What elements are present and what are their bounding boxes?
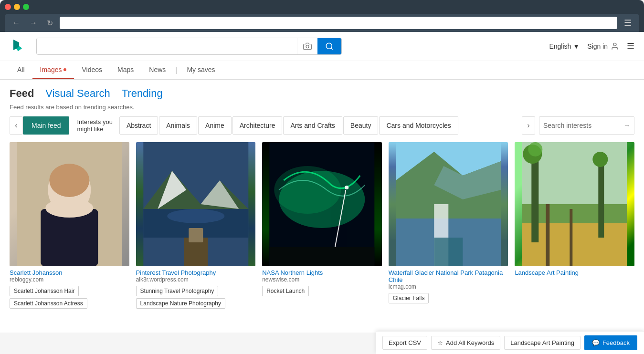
image-card-painting[interactable]: Landscape Art Painting: [515, 142, 634, 312]
image-card-travel[interactable]: Pinterest Travel Photography alk3r.wordp…: [136, 142, 256, 312]
tab-videos[interactable]: Videos: [74, 61, 110, 79]
interest-prev-button[interactable]: ‹: [10, 116, 23, 135]
svg-rect-37: [546, 204, 550, 266]
hamburger-menu-button[interactable]: ☰: [627, 41, 634, 52]
browser-menu-button[interactable]: ☰: [621, 17, 634, 29]
feed-title[interactable]: Feed: [10, 87, 34, 100]
interests-you-might-like: Interests youmight like: [70, 116, 119, 135]
sign-in-label: Sign in: [587, 42, 608, 50]
visual-search-title[interactable]: Visual Search: [45, 87, 110, 100]
card-source-travel: alk3r.wordpress.com: [136, 276, 256, 283]
tab-news[interactable]: News: [141, 61, 173, 79]
card-tags-travel: Stunning Travel Photography Landscape Na…: [136, 286, 256, 309]
site-header: English ▼ Sign in ☰: [0, 32, 644, 61]
card-tag-travel-1[interactable]: Landscape Nature Photography: [136, 298, 225, 309]
svg-point-36: [593, 152, 608, 167]
tab-maps-label: Maps: [117, 66, 134, 73]
image-painting: [515, 142, 634, 266]
search-submit-button[interactable]: [317, 38, 341, 54]
back-button[interactable]: ←: [10, 18, 23, 28]
search-input[interactable]: [37, 38, 297, 54]
card-info-painting: Landscape Art Painting: [515, 266, 634, 282]
feed-subtitle: Feed results are based on trending searc…: [10, 104, 634, 111]
svg-point-34: [528, 142, 543, 156]
svg-rect-32: [532, 156, 539, 242]
card-tag-travel-0[interactable]: Stunning Travel Photography: [136, 286, 219, 296]
card-info-travel: Pinterest Travel Photography alk3r.wordp…: [136, 266, 256, 312]
svg-point-0: [306, 45, 309, 48]
tab-mysaves-label: My saves: [187, 66, 215, 73]
minimize-window-button[interactable]: [14, 4, 20, 10]
you-might-like-text: Interests youmight like: [77, 118, 112, 133]
tab-all[interactable]: All: [10, 61, 32, 79]
svg-rect-35: [599, 161, 604, 238]
bing-logo[interactable]: [10, 38, 27, 55]
main-feed-label: Main feed: [32, 122, 61, 129]
image-scarlett: [10, 142, 129, 266]
interest-bar: ‹ Main feed Interests youmight like Abst…: [10, 116, 634, 135]
nav-tabs: All Images Videos Maps News | My saves: [0, 61, 644, 80]
svg-point-20: [345, 186, 348, 189]
header-right: English ▼ Sign in ☰: [549, 41, 634, 52]
tab-images-label: Images: [40, 66, 62, 73]
image-card-aurora[interactable]: NASA Northern Lights newswise.com Rocket…: [262, 142, 382, 312]
image-aurora: [262, 142, 382, 266]
image-card-scarlett[interactable]: Scarlett Johansson rebloggy.com Scarlett…: [10, 142, 129, 312]
image-travel: [136, 142, 256, 266]
card-tag-1[interactable]: Scarlett Johansson Actress: [10, 298, 87, 309]
card-tag-waterfall-0[interactable]: Glacier Falls: [389, 293, 429, 303]
refresh-button[interactable]: ↻: [44, 18, 56, 29]
interest-tag-architecture[interactable]: Architecture: [232, 116, 283, 135]
interest-tag-beauty[interactable]: Beauty: [343, 116, 379, 135]
browser-chrome: ← → ↻ https://www.thehotskills.com ☰: [0, 0, 644, 32]
card-info-waterfall: Waterfall Glacier National Park Patagoni…: [389, 266, 508, 306]
card-tag-aurora-0[interactable]: Rocket Launch: [262, 286, 309, 296]
card-source-waterfall: icmag.com: [389, 283, 508, 290]
tab-mysaves[interactable]: My saves: [179, 61, 222, 79]
svg-point-2: [613, 43, 616, 46]
interest-next-button[interactable]: ›: [522, 116, 535, 135]
nav-divider: |: [173, 66, 179, 74]
card-title-waterfall: Waterfall Glacier National Park Patagoni…: [389, 269, 508, 283]
search-interests-arrow-icon: →: [623, 122, 630, 129]
card-tag-0[interactable]: Scarlett Johansson Hair: [10, 286, 79, 296]
interest-tag-anime[interactable]: Anime: [198, 116, 232, 135]
card-title-painting: Landscape Art Painting: [515, 269, 634, 276]
tab-videos-label: Videos: [82, 66, 102, 73]
card-source-aurora: newswise.com: [262, 276, 382, 283]
tab-news-label: News: [149, 66, 166, 73]
search-box[interactable]: [36, 38, 342, 55]
tab-images[interactable]: Images: [32, 61, 74, 79]
tab-all-label: All: [17, 66, 25, 73]
interest-tag-abstract[interactable]: Abstract: [119, 116, 158, 135]
search-interests-box[interactable]: Search interests →: [539, 116, 634, 135]
sign-in-button[interactable]: Sign in: [587, 42, 619, 51]
camera-search-button[interactable]: [297, 38, 317, 54]
interest-tag-cars[interactable]: Cars and Motorcycles: [379, 116, 458, 135]
svg-rect-27: [434, 238, 463, 266]
card-tags-scarlett: Scarlett Johansson Hair Scarlett Johanss…: [10, 286, 129, 309]
page-content: English ▼ Sign in ☰ All Images Videos: [0, 32, 644, 333]
interest-tag-animals[interactable]: Animals: [159, 116, 197, 135]
forward-button[interactable]: →: [27, 18, 40, 28]
tab-maps[interactable]: Maps: [110, 61, 141, 79]
maximize-window-button[interactable]: [23, 4, 29, 10]
bottom-bar: Export CSV ☆ Add All Keywords Landscape …: [376, 331, 644, 333]
svg-point-7: [45, 198, 93, 218]
feed-section: Feed Visual Search Trending Feed results…: [0, 80, 644, 319]
svg-point-5: [49, 164, 89, 197]
trending-title[interactable]: Trending: [122, 87, 163, 100]
main-feed-button[interactable]: Main feed: [23, 116, 69, 135]
image-grid: Scarlett Johansson rebloggy.com Scarlett…: [10, 142, 634, 312]
interest-tag-arts-crafts[interactable]: Arts and Crafts: [283, 116, 342, 135]
svg-rect-21: [269, 247, 374, 266]
close-window-button[interactable]: [5, 4, 11, 10]
search-interests-text: Search interests: [543, 122, 620, 129]
address-bar[interactable]: https://www.thehotskills.com: [60, 17, 617, 29]
language-label: English: [549, 42, 571, 50]
image-card-waterfall[interactable]: Waterfall Glacier National Park Patagoni…: [389, 142, 508, 312]
svg-rect-38: [570, 209, 573, 266]
language-selector[interactable]: English ▼: [549, 42, 580, 50]
card-title-aurora: NASA Northern Lights: [262, 269, 382, 276]
card-tags-aurora: Rocket Launch: [262, 286, 382, 296]
